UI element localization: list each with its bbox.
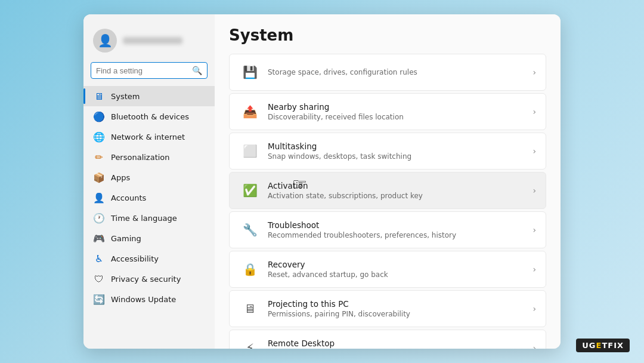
sidebar-item-time[interactable]: 🕐 Time & language — [83, 208, 215, 228]
nav-icon-accounts: 👤 — [93, 192, 105, 204]
setting-icon-multitasking: ⬜ — [239, 140, 261, 162]
setting-text-multitasking: Multitasking Snap windows, desktops, tas… — [268, 141, 532, 161]
nav-icon-gaming: 🎮 — [93, 232, 105, 244]
nav-icon-network: 🌐 — [93, 131, 105, 143]
nav-icon-update: 🔄 — [93, 293, 105, 305]
sidebar-item-gaming[interactable]: 🎮 Gaming — [83, 228, 215, 248]
sidebar-item-accessibility[interactable]: ♿ Accessibility — [83, 248, 215, 269]
nav-label-network: Network & internet — [111, 133, 185, 141]
setting-title-recovery: Recovery — [268, 260, 532, 269]
search-input[interactable] — [96, 66, 188, 75]
setting-item-remote-desktop[interactable]: ⚡ Remote Desktop Remote Desktop users, c… — [229, 330, 546, 349]
sidebar-item-system[interactable]: 🖥 System — [83, 86, 215, 106]
setting-title-remote-desktop: Remote Desktop — [268, 339, 532, 348]
setting-item-recovery[interactable]: 🔒 Recovery Reset, advanced startup, go b… — [229, 251, 546, 288]
sidebar-item-privacy[interactable]: 🛡 Privacy & security — [83, 269, 215, 289]
setting-text-nearby-sharing: Nearby sharing Discoverability, received… — [268, 102, 532, 121]
user-name — [123, 37, 182, 44]
setting-desc-troubleshoot: Recommended troubleshooters, preferences… — [268, 231, 532, 239]
main-content: System 💾 Storage space, drives, configur… — [215, 14, 561, 349]
sidebar-item-apps[interactable]: 📦 Apps — [83, 167, 215, 187]
setting-icon-remote-desktop: ⚡ — [239, 337, 261, 349]
chevron-recovery: › — [532, 264, 536, 274]
sidebar-item-accounts[interactable]: 👤 Accounts — [83, 187, 215, 208]
nav-label-accessibility: Accessibility — [111, 254, 159, 263]
nav-label-apps: Apps — [111, 173, 130, 182]
setting-icon-recovery: 🔒 — [239, 259, 261, 280]
search-icon: 🔍 — [192, 66, 202, 75]
setting-title-troubleshoot: Troubleshoot — [268, 220, 532, 230]
setting-title-multitasking: Multitasking — [268, 141, 532, 151]
setting-text-remote-desktop: Remote Desktop Remote Desktop users, con… — [268, 339, 532, 349]
setting-text-projecting: Projecting to this PC Permissions, pairi… — [268, 299, 532, 318]
setting-icon-projecting: 🖥 — [239, 298, 261, 319]
chevron-nearby-sharing: › — [532, 107, 536, 116]
chevron-projecting: › — [532, 304, 536, 313]
sidebar-item-personalization[interactable]: ✏️ Personalization — [83, 147, 215, 167]
nav-label-gaming: Gaming — [111, 234, 141, 243]
nav-icon-privacy: 🛡 — [93, 273, 105, 285]
settings-list: 💾 Storage space, drives, configuration r… — [229, 54, 546, 349]
setting-text-recovery: Recovery Reset, advanced startup, go bac… — [268, 260, 532, 279]
nav-label-update: Windows Update — [111, 295, 176, 304]
setting-desc-storage: Storage space, drives, configuration rul… — [268, 68, 532, 76]
nav-label-system: System — [111, 92, 140, 101]
nav-icon-personalization: ✏️ — [93, 151, 105, 163]
nav-icon-apps: 📦 — [93, 171, 105, 183]
setting-text-storage: Storage space, drives, configuration rul… — [268, 68, 532, 76]
chevron-activation: › — [532, 186, 536, 195]
setting-item-projecting[interactable]: 🖥 Projecting to this PC Permissions, pai… — [229, 290, 546, 327]
setting-text-activation: Activation Activation state, subscriptio… — [268, 181, 532, 200]
nav-label-accounts: Accounts — [111, 193, 146, 202]
sidebar-item-bluetooth[interactable]: 🔵 Bluetooth & devices — [83, 106, 215, 127]
page-title: System — [229, 26, 546, 44]
nav-label-personalization: Personalization — [111, 153, 170, 162]
setting-title-activation: Activation — [268, 181, 532, 190]
nav-list: 🖥 System 🔵 Bluetooth & devices 🌐 Network… — [83, 86, 215, 309]
nav-icon-time: 🕐 — [93, 212, 105, 224]
setting-text-troubleshoot: Troubleshoot Recommended troubleshooters… — [268, 220, 532, 239]
setting-item-nearby-sharing[interactable]: 📤 Nearby sharing Discoverability, receiv… — [229, 93, 546, 130]
user-icon: 👤 — [98, 33, 113, 48]
setting-icon-nearby-sharing: 📤 — [239, 101, 261, 122]
nav-icon-system: 🖥 — [93, 90, 105, 102]
setting-title-projecting: Projecting to this PC — [268, 299, 532, 309]
setting-item-storage[interactable]: 💾 Storage space, drives, configuration r… — [229, 54, 546, 91]
setting-desc-activation: Activation state, subscriptions, product… — [268, 192, 532, 200]
setting-icon-storage: 💾 — [239, 61, 261, 83]
setting-icon-troubleshoot: 🔧 — [239, 219, 261, 241]
setting-desc-multitasking: Snap windows, desktops, task switching — [268, 152, 532, 161]
setting-item-activation[interactable]: ✅ Activation Activation state, subscript… — [229, 172, 546, 209]
setting-item-multitasking[interactable]: ⬜ Multitasking Snap windows, desktops, t… — [229, 133, 546, 170]
nav-label-bluetooth: Bluetooth & devices — [111, 112, 189, 121]
sidebar-item-network[interactable]: 🌐 Network & internet — [83, 127, 215, 147]
sidebar-item-update[interactable]: 🔄 Windows Update — [83, 289, 215, 309]
search-box[interactable]: 🔍 — [91, 62, 208, 79]
setting-icon-activation: ✅ — [239, 180, 261, 201]
setting-desc-recovery: Reset, advanced startup, go back — [268, 270, 532, 279]
setting-item-troubleshoot[interactable]: 🔧 Troubleshoot Recommended troubleshoote… — [229, 211, 546, 248]
chevron-multitasking: › — [532, 146, 536, 156]
setting-desc-nearby-sharing: Discoverability, received files location — [268, 113, 532, 121]
setting-title-nearby-sharing: Nearby sharing — [268, 102, 532, 112]
watermark-highlight: E — [596, 341, 602, 350]
avatar: 👤 — [93, 29, 117, 53]
chevron-troubleshoot: › — [532, 225, 536, 235]
nav-label-time: Time & language — [111, 214, 177, 223]
setting-desc-projecting: Permissions, pairing PIN, discoverabilit… — [268, 310, 532, 318]
user-section: 👤 — [83, 24, 215, 62]
nav-icon-bluetooth: 🔵 — [93, 110, 105, 122]
sidebar: 👤 🔍 🖥 System 🔵 Bluetooth & devices 🌐 Net… — [83, 14, 215, 349]
watermark: UGETFIX — [576, 339, 630, 352]
settings-window: 👤 🔍 🖥 System 🔵 Bluetooth & devices 🌐 Net… — [83, 14, 561, 349]
chevron-storage: › — [532, 67, 536, 77]
chevron-remote-desktop: › — [532, 343, 536, 349]
nav-label-privacy: Privacy & security — [111, 275, 181, 284]
nav-icon-accessibility: ♿ — [93, 253, 105, 264]
